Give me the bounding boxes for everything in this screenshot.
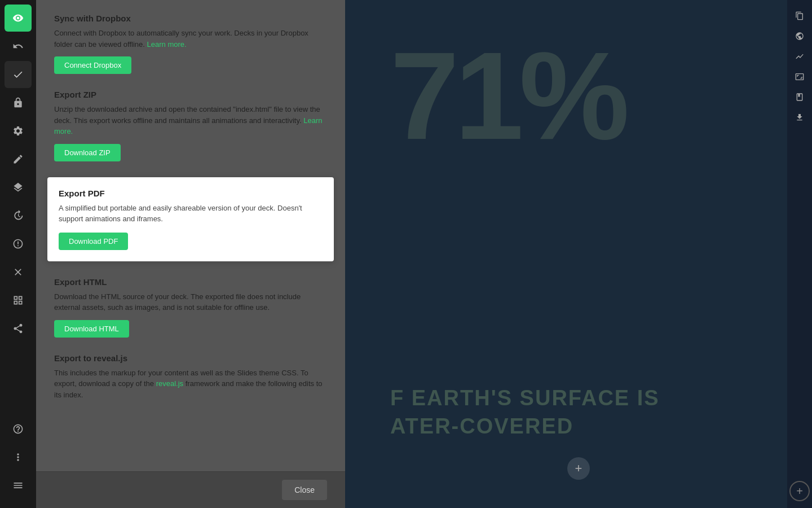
export-zip-title: Export ZIP (54, 90, 327, 99)
slide-big-number: 71% (390, 34, 625, 158)
add-slide-bottom-button[interactable]: + (567, 457, 590, 480)
slide-line1: F EARTH'S SURFACE IS (390, 384, 660, 412)
download-pdf-button[interactable]: Download PDF (59, 233, 128, 250)
download-zip-button[interactable]: Download ZIP (54, 144, 121, 161)
connect-dropbox-button[interactable]: Connect Dropbox (54, 56, 131, 74)
export-html-title: Export HTML (54, 277, 327, 287)
download-html-button[interactable]: Download HTML (54, 320, 129, 338)
sidebar-icon-menu[interactable] (5, 472, 32, 499)
rt-export-icon[interactable] (791, 108, 809, 126)
right-toolbar: + (787, 0, 812, 508)
left-sidebar (0, 0, 36, 508)
export-panel-inner: Sync with Dropbox Connect with Dropbox t… (36, 0, 345, 471)
sidebar-icon-undo[interactable] (5, 33, 32, 60)
sidebar-icon-more[interactable] (5, 444, 32, 471)
sidebar-icon-check[interactable] (5, 61, 32, 88)
sidebar-bottom-icons (0, 415, 36, 503)
export-revealjs-link[interactable]: reveal.js (156, 379, 183, 388)
export-section-pdf-highlighted: Export PDF A simplified but portable and… (47, 177, 334, 261)
slide-line2: ATER-COVERED (390, 413, 660, 440)
export-dropbox-link[interactable]: Learn more. (147, 40, 187, 49)
export-section-html: Export HTML Download the HTML source of … (54, 277, 327, 338)
sidebar-icon-clock[interactable] (5, 202, 32, 229)
sidebar-icon-share[interactable] (5, 315, 32, 342)
sidebar-icon-help[interactable] (5, 415, 32, 443)
export-html-desc: Download the HTML source of your deck. T… (54, 291, 327, 313)
sidebar-icon-layers[interactable] (5, 174, 32, 201)
export-panel: Sync with Dropbox Connect with Dropbox t… (36, 0, 345, 508)
sidebar-icon-eye[interactable] (5, 5, 32, 32)
rt-copy-icon[interactable] (791, 7, 809, 25)
export-section-dropbox: Sync with Dropbox Connect with Dropbox t… (54, 14, 327, 74)
sidebar-icon-settings[interactable] (5, 117, 32, 144)
export-revealjs-desc: This includes the markup for your conten… (54, 367, 327, 401)
export-dropbox-desc: Connect with Dropbox to automatically sy… (54, 28, 327, 50)
export-close-bar: Close (36, 471, 345, 508)
export-revealjs-title: Export to reveal.js (54, 353, 327, 363)
export-section-zip: Export ZIP Unzip the downloaded archive … (54, 90, 327, 161)
sidebar-icon-grid[interactable] (5, 287, 32, 314)
export-pdf-title: Export PDF (59, 189, 323, 198)
close-button[interactable]: Close (282, 480, 327, 500)
export-zip-desc: Unzip the downloaded archive and open th… (54, 104, 327, 137)
rt-book-icon[interactable] (791, 88, 809, 106)
export-dropbox-title: Sync with Dropbox (54, 14, 327, 23)
sidebar-icon-close[interactable] (5, 259, 32, 286)
rt-chart-icon[interactable] (791, 47, 809, 65)
sidebar-icon-components[interactable] (5, 230, 32, 257)
sidebar-top-icons (0, 5, 36, 342)
export-pdf-desc: A simplified but portable and easily sha… (59, 203, 323, 225)
sidebar-icon-lock[interactable] (5, 89, 32, 116)
slide-text-bottom: F EARTH'S SURFACE IS ATER-COVERED (390, 384, 660, 440)
export-section-revealjs: Export to reveal.js This includes the ma… (54, 353, 327, 401)
rt-add-icon[interactable]: + (789, 481, 810, 501)
rt-resize-icon[interactable] (791, 68, 809, 86)
presentation-area: 71% F EARTH'S SURFACE IS ATER-COVERED + (345, 0, 812, 508)
rt-globe-icon[interactable] (791, 27, 809, 45)
sidebar-icon-pen[interactable] (5, 146, 32, 173)
